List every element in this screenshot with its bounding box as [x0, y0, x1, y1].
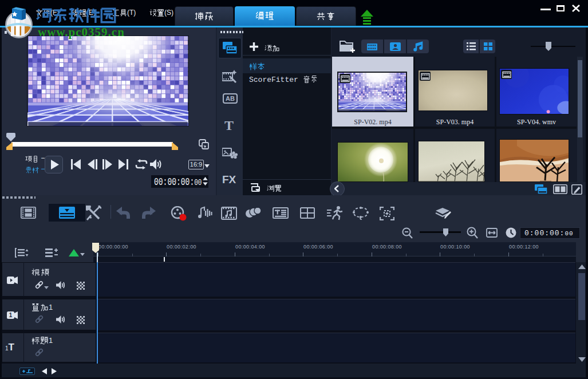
svg-text:1: 1 [9, 312, 13, 318]
